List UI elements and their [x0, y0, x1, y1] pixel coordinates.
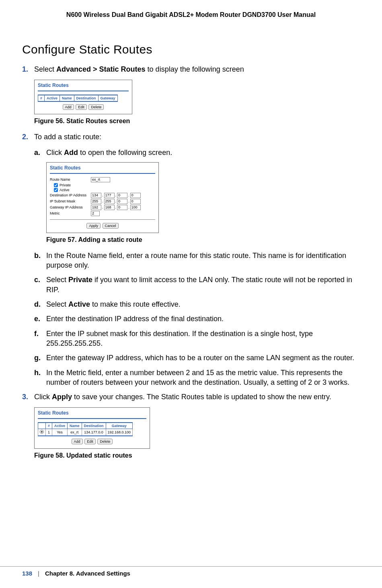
- substep-number: e.: [34, 314, 46, 324]
- step-number: 1.: [22, 64, 34, 74]
- substep-number: g.: [34, 353, 46, 363]
- substep-body: Click Add to open the following screen.: [46, 148, 360, 157]
- screenshot-title: Static Routes: [38, 83, 129, 88]
- col-active: Active: [45, 95, 60, 101]
- text: to display the following screen: [146, 65, 244, 73]
- routes-table: # Active Name Destination Gateway: [38, 95, 118, 102]
- cell-active: Yes: [52, 429, 68, 436]
- gw-4[interactable]: [130, 205, 141, 210]
- gw-3[interactable]: [117, 205, 127, 210]
- screenshot-title: Static Routes: [50, 165, 155, 171]
- substep-e: e. Enter the destination IP address of t…: [34, 314, 360, 324]
- text: Click: [34, 393, 52, 401]
- col-name: Name: [68, 423, 82, 429]
- page-footer: 138 | Chapter 8. Advanced Settings: [0, 566, 382, 577]
- private-label: Private: [60, 183, 71, 187]
- mask-2[interactable]: [104, 199, 115, 204]
- metric-input[interactable]: [91, 211, 100, 216]
- button-row: Add Edit Delete: [38, 439, 146, 444]
- delete-button[interactable]: Delete: [88, 104, 104, 110]
- metric-label: Metric: [50, 211, 91, 215]
- screenshot-title: Static Routes: [38, 410, 146, 416]
- bold-text: Private: [68, 276, 92, 284]
- screenshot-add-route-form: Static Routes Route Name Private Active …: [46, 162, 159, 233]
- figure-56-caption: Figure 56. Static Routes screen: [34, 118, 360, 125]
- mask-4[interactable]: [130, 199, 141, 204]
- dest-ip-label: Destination IP Address: [50, 193, 91, 197]
- cell-gateway: 192.168.0.100: [106, 429, 133, 436]
- col-num: #: [38, 95, 45, 101]
- menu-path: Advanced > Static Routes: [56, 65, 146, 73]
- apply-button[interactable]: Apply: [86, 223, 101, 229]
- route-name-label: Route Name: [50, 177, 91, 182]
- dest-ip-3[interactable]: [117, 193, 127, 198]
- bold-text: Add: [64, 149, 78, 157]
- cell-dest: 134.177.0.0: [82, 429, 106, 436]
- edit-button[interactable]: Edit: [84, 439, 96, 444]
- substep-a: a. Click Add to open the following scree…: [34, 148, 360, 157]
- gw-2[interactable]: [104, 205, 115, 210]
- page-content: Configure Static Routes 1. Select Advanc…: [0, 19, 382, 459]
- divider: [38, 418, 146, 419]
- col-dest: Destination: [74, 95, 98, 101]
- substep-number: d.: [34, 299, 46, 309]
- chapter-label: Chapter 8. Advanced Settings: [45, 570, 130, 577]
- button-row: Apply Cancel: [50, 223, 155, 229]
- add-button[interactable]: Add: [63, 104, 74, 110]
- text: Click: [46, 149, 64, 157]
- add-button[interactable]: Add: [72, 439, 83, 444]
- step-2: 2. To add a static route:: [22, 132, 360, 142]
- text: Select: [46, 300, 68, 308]
- step-3: 3. Click Apply to save your changes. The…: [22, 392, 360, 402]
- bold-text: Apply: [52, 393, 72, 401]
- text: to make this route effective.: [90, 300, 181, 308]
- text: to save your changes. The Static Routes …: [72, 393, 331, 401]
- substep-number: h.: [34, 368, 46, 388]
- figure-58-caption: Figure 58. Updated static routes: [34, 452, 360, 459]
- page-header: N600 Wireless Dual Band Gigabit ADSL2+ M…: [0, 0, 382, 19]
- cell-name: ex_rt: [68, 429, 82, 436]
- substep-body: In the Metric field, enter a number betw…: [46, 368, 360, 388]
- col-name: Name: [60, 95, 74, 101]
- button-row: Add Edit Delete: [38, 104, 129, 110]
- routes-table: # Active Name Destination Gateway 1 Yes …: [38, 422, 133, 436]
- private-checkbox[interactable]: [54, 183, 58, 187]
- gw-1[interactable]: [91, 205, 101, 210]
- delete-button[interactable]: Delete: [97, 439, 113, 444]
- text: to open the following screen.: [78, 149, 172, 157]
- substep-h: h. In the Metric field, enter a number b…: [34, 368, 360, 388]
- substep-number: b.: [34, 251, 46, 270]
- radio-icon: [40, 430, 44, 434]
- dest-ip-2[interactable]: [104, 193, 115, 198]
- text: if you want to limit access to the LAN o…: [46, 276, 352, 293]
- active-checkbox[interactable]: [54, 188, 58, 192]
- substep-body: Enter the destination IP address of the …: [46, 314, 360, 324]
- cancel-button[interactable]: Cancel: [103, 223, 119, 229]
- step-number: 3.: [22, 392, 34, 402]
- substep-body: Enter the IP subnet mask for this destin…: [46, 329, 360, 349]
- substep-body: In the Route Name field, enter a route n…: [46, 251, 360, 270]
- divider: [50, 173, 155, 174]
- bold-text: Active: [68, 300, 90, 308]
- mask-3[interactable]: [117, 199, 127, 204]
- substep-c: c. Select Private if you want to limit a…: [34, 275, 360, 295]
- mask-1[interactable]: [91, 199, 101, 204]
- active-label: Active: [60, 188, 70, 192]
- dest-ip-4[interactable]: [130, 193, 141, 198]
- col-dest: Destination: [82, 423, 106, 429]
- edit-button[interactable]: Edit: [76, 104, 87, 110]
- substep-g: g. Enter the gateway IP address, which h…: [34, 353, 360, 363]
- dest-ip-1[interactable]: [91, 193, 101, 198]
- substep-body: Enter the gateway IP address, which has …: [46, 353, 360, 363]
- screenshot-static-routes-empty: Static Routes # Active Name Destination …: [34, 80, 132, 114]
- subnet-mask-label: IP Subnet Mask: [50, 199, 91, 203]
- route-name-input[interactable]: [91, 177, 110, 182]
- substep-number: c.: [34, 275, 46, 295]
- gateway-ip-label: Gateway IP Address: [50, 205, 91, 209]
- text: Select: [46, 276, 68, 284]
- step-number: 2.: [22, 132, 34, 142]
- text: Select: [34, 65, 56, 73]
- substep-f: f. Enter the IP subnet mask for this des…: [34, 329, 360, 349]
- col-active: Active: [52, 423, 68, 429]
- row-radio[interactable]: [38, 429, 46, 436]
